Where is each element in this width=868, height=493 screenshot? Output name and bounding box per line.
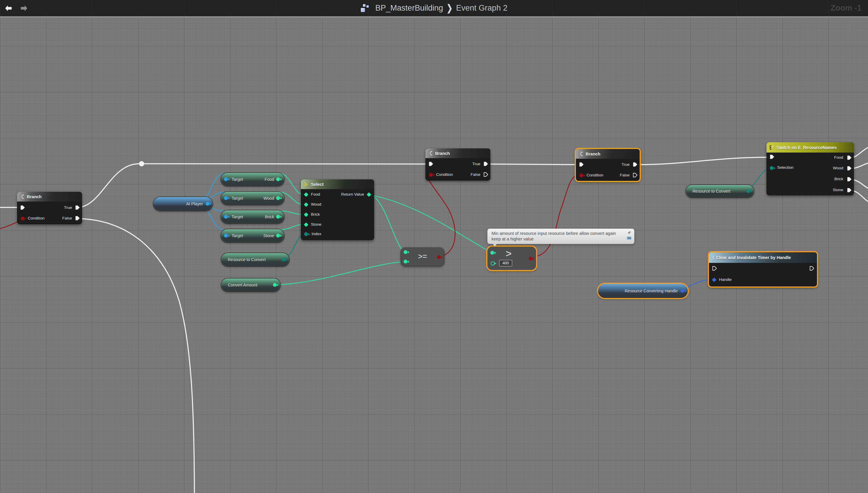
select-return-pin[interactable] [367, 192, 371, 197]
selection-pin[interactable] [770, 166, 774, 170]
node-branch-3[interactable]: Branch True Condition False [576, 149, 639, 181]
pin-label-false: False [62, 216, 72, 220]
branch-icon [20, 194, 25, 199]
wire-branch1-true-reroute [76, 164, 139, 208]
node-clear-invalidate-timer[interactable]: f Clear and Invalidate Timer by Handle H… [709, 252, 817, 286]
comment-tooltip: Min amount of resource input resource be… [487, 229, 634, 244]
exec-stone-pin[interactable] [847, 188, 852, 193]
exec-wood-pin[interactable] [847, 166, 852, 171]
switch-header: Switch on E_ResourceNames [766, 142, 854, 152]
graph-canvas[interactable]: Branch True Condition False AI Player Ta… [0, 0, 868, 493]
exec-in-pin[interactable] [712, 266, 717, 271]
gt-input-b-pin[interactable] [491, 261, 495, 265]
resource-to-convert-label: Resource to Convert [228, 257, 265, 262]
exec-true-pin[interactable] [633, 162, 638, 167]
reroute-node[interactable] [139, 161, 144, 166]
node-get-food[interactable]: Target Food [221, 173, 284, 186]
select-brick-pin[interactable] [304, 212, 309, 217]
select-stone-pin[interactable] [304, 222, 309, 227]
select-food-pin[interactable] [304, 192, 309, 197]
exec-in-pin[interactable] [579, 162, 584, 167]
breadcrumb-root[interactable]: BP_MasterBuilding [375, 3, 443, 13]
branch-header: Branch [17, 192, 82, 201]
pushpin-icon[interactable] [627, 231, 631, 235]
pin-label-true: True [472, 162, 480, 166]
resource-label: Wood [263, 196, 274, 201]
pin-label-true: True [622, 162, 630, 167]
pin-label-stone: Stone [311, 222, 321, 227]
pin-label-return-value: Return Value [341, 192, 364, 196]
node-title: Clear and Invalidate Timer by Handle [716, 255, 791, 260]
pin-label-brick: Brick [311, 212, 320, 217]
breadcrumb-page[interactable]: Event Graph 2 [456, 3, 507, 13]
target-in-pin[interactable] [224, 196, 228, 200]
handle-in-pin[interactable] [712, 278, 717, 282]
int-out-pin[interactable] [273, 283, 277, 287]
branch-icon [579, 151, 584, 156]
exec-in-pin[interactable] [20, 205, 25, 210]
gte-output-pin[interactable] [437, 255, 441, 259]
exec-true-pin[interactable] [483, 162, 489, 166]
pin-label-false: False [620, 173, 630, 177]
node-convert-amount[interactable]: Convert Amount [221, 279, 280, 292]
value-out-pin[interactable] [276, 177, 280, 181]
gt-default-value-field[interactable]: 400 [499, 260, 512, 266]
zoom-indicator: Zoom -1 [830, 3, 862, 13]
ai-player-out-pin[interactable] [205, 202, 210, 206]
wire-returnvalue-gt [369, 195, 492, 253]
exec-false-pin[interactable] [633, 173, 638, 178]
convert-amount-label: Convert Amount [228, 283, 257, 287]
switch-icon [769, 145, 775, 150]
comment-bubble-icon[interactable] [627, 236, 632, 240]
enum-out-pin[interactable] [282, 258, 286, 261]
ai-player-label: AI Player [186, 201, 203, 206]
node-greater-equal[interactable]: >= [401, 247, 444, 266]
node-resource-converting-handle[interactable]: Resource Converting Handle [598, 284, 688, 298]
node-select[interactable]: Select Food Wood Brick Stone Index Retur… [301, 179, 374, 240]
target-in-pin[interactable] [224, 177, 228, 181]
pin-label-handle: Handle [719, 277, 732, 282]
node-branch-2[interactable]: Branch True Condition False [426, 148, 490, 180]
node-ai-player[interactable]: AI Player [153, 197, 212, 211]
exec-in-pin[interactable] [428, 162, 434, 166]
gt-output-pin[interactable] [529, 257, 533, 260]
node-switch-resource-names[interactable]: Switch on E_ResourceNames Selection Food… [766, 142, 854, 195]
top-bar: BP_MasterBuilding ❯ Event Graph 2 [0, 0, 868, 16]
gt-input-a-pin[interactable] [490, 251, 494, 255]
node-get-wood[interactable]: Target Wood [221, 192, 284, 205]
node-title: Switch on E_ResourceNames [777, 145, 837, 150]
handle-out-pin[interactable] [680, 289, 684, 293]
node-resource-to-convert-1[interactable]: Resource to Convert [221, 253, 289, 266]
select-wood-pin[interactable] [304, 202, 309, 207]
pin-label-condition: Condition [587, 173, 603, 177]
target-in-pin[interactable] [224, 215, 228, 219]
exec-in-pin[interactable] [769, 154, 775, 159]
node-get-brick[interactable]: Target Brick [221, 210, 284, 223]
node-resource-to-convert-2[interactable]: Resource to Convert [686, 185, 754, 197]
target-in-pin[interactable] [224, 234, 228, 237]
condition-pin[interactable] [429, 173, 433, 177]
exec-false-pin[interactable] [75, 216, 80, 221]
value-out-pin[interactable] [276, 196, 280, 200]
exec-brick-pin[interactable] [847, 177, 852, 182]
select-index-pin[interactable] [304, 232, 308, 236]
gt-symbol: > [506, 248, 512, 259]
exec-false-pin[interactable] [483, 172, 489, 177]
pin-label-false: False [471, 172, 480, 177]
value-out-pin[interactable] [276, 234, 280, 237]
pin-label-food: Food [834, 155, 843, 159]
pin-label-true: True [64, 205, 72, 210]
exec-true-pin[interactable] [75, 205, 80, 210]
topbar-bottom-strip [0, 16, 868, 18]
exec-food-pin[interactable] [847, 155, 852, 160]
condition-pin[interactable] [580, 173, 583, 177]
wire-gte-branch2-condition [428, 175, 455, 256]
enum-out-pin[interactable] [746, 189, 750, 193]
select-header: Select [301, 179, 374, 189]
node-branch-1[interactable]: Branch True Condition False [17, 192, 82, 224]
exec-out-pin[interactable] [809, 266, 815, 271]
value-out-pin[interactable] [276, 215, 280, 219]
node-greater[interactable]: > 400 [487, 246, 536, 270]
condition-pin[interactable] [21, 217, 24, 220]
node-get-stone[interactable]: Target Stone [221, 229, 284, 242]
